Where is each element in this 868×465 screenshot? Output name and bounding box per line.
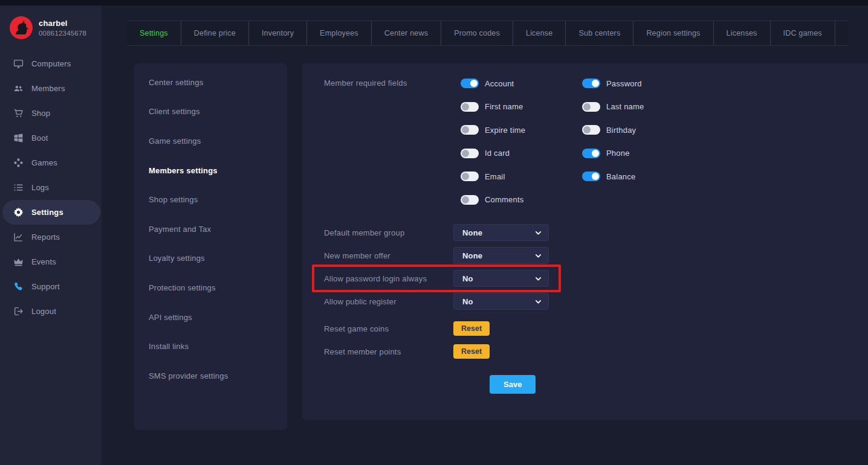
tab-center-news[interactable]: Center news <box>372 21 441 45</box>
user-profile: charbel 008612345678 <box>0 5 102 43</box>
tab-define-price[interactable]: Define price <box>181 21 249 45</box>
toggle-switch[interactable] <box>582 149 600 158</box>
sidebar-item-label: Games <box>31 158 57 167</box>
sidebar-item-support[interactable]: Support <box>0 274 102 299</box>
reset-game-coins-button[interactable]: Reset <box>453 321 490 336</box>
tab-employees[interactable]: Employees <box>307 21 372 45</box>
default-member-group-select[interactable]: None <box>453 224 549 241</box>
settings-nav-game-settings[interactable]: Game settings <box>134 126 287 156</box>
sidebar-item-label: Logs <box>31 183 49 192</box>
tab-inventory[interactable]: Inventory <box>249 21 307 45</box>
toggle-switch[interactable] <box>582 79 600 88</box>
reset-member-points-row: Reset member points Reset <box>324 344 868 359</box>
settings-nav-loyalty-settings[interactable]: Loyalty settings <box>134 244 287 274</box>
toggle-comments[interactable]: Comments <box>461 191 582 208</box>
chart-icon <box>13 232 24 242</box>
sidebar-menu: Computers Members Shop Boot Games Logs <box>0 43 102 324</box>
settings-nav-members-settings[interactable]: Members settings <box>134 156 287 185</box>
settings-nav: Center settings Client settings Game set… <box>134 63 287 430</box>
sidebar-item-members[interactable]: Members <box>0 76 102 101</box>
top-strip <box>0 0 868 5</box>
sidebar-item-boot[interactable]: Boot <box>0 126 102 150</box>
tab-bar: Settings Define price Inventory Employee… <box>127 21 847 46</box>
user-id: 008612345678 <box>39 30 86 37</box>
toggle-switch[interactable] <box>461 195 479 205</box>
save-button[interactable]: Save <box>490 375 536 394</box>
members-icon <box>13 83 24 94</box>
settings-nav-client-settings[interactable]: Client settings <box>134 97 287 127</box>
sidebar-item-reports[interactable]: Reports <box>0 225 102 249</box>
toggle-expire-time[interactable]: Expire time <box>461 121 582 138</box>
toggle-switch[interactable] <box>461 102 479 112</box>
default-member-group-row: Default member group None <box>324 224 868 241</box>
tab-licenses[interactable]: Licenses <box>714 21 771 45</box>
settings-nav-protection-settings[interactable]: Protection settings <box>134 273 287 303</box>
sidebar-item-logout[interactable]: Logout <box>0 299 102 324</box>
settings-nav-payment-and-tax[interactable]: Payment and Tax <box>134 214 287 244</box>
sidebar-item-computers[interactable]: Computers <box>0 51 102 76</box>
toggle-switch[interactable] <box>461 172 479 181</box>
toggle-birthday[interactable]: Birthday <box>582 121 704 138</box>
member-required-fields-label: Member required fields <box>324 75 461 214</box>
toggle-id-card[interactable]: Id card <box>461 145 582 162</box>
settings-nav-sms-provider-settings[interactable]: SMS provider settings <box>134 361 287 391</box>
sidebar-item-label: Computers <box>31 59 71 68</box>
settings-nav-shop-settings[interactable]: Shop settings <box>134 185 287 214</box>
sidebar-item-label: Shop <box>31 109 50 118</box>
toggle-password[interactable]: Password <box>582 75 704 92</box>
tab-sub-centers[interactable]: Sub centers <box>566 21 633 45</box>
toggle-switch[interactable] <box>582 172 600 181</box>
sidebar-item-settings[interactable]: Settings <box>2 200 100 225</box>
tab-region-settings[interactable]: Region settings <box>633 21 713 45</box>
allow-password-login-always-select[interactable]: No <box>453 270 549 287</box>
sidebar-item-label: Logout <box>31 307 56 316</box>
toggle-column-1: Account First name Expire time Id card <box>461 75 582 214</box>
sidebar-item-label: Events <box>31 257 56 266</box>
sidebar-item-shop[interactable]: Shop <box>0 101 102 126</box>
crown-icon <box>13 257 24 267</box>
reset-game-coins-row: Reset game coins Reset <box>324 321 868 336</box>
sidebar-item-games[interactable]: Games <box>0 150 102 175</box>
chevron-down-icon <box>534 298 542 306</box>
toggle-switch[interactable] <box>461 125 479 135</box>
chevron-down-icon <box>534 275 542 283</box>
allow-public-register-select[interactable]: No <box>453 293 549 310</box>
content-area: Settings Define price Inventory Employee… <box>102 5 868 465</box>
toggle-switch[interactable] <box>582 102 600 112</box>
toggle-account[interactable]: Account <box>461 75 582 92</box>
tab-license[interactable]: License <box>513 21 566 45</box>
phone-icon <box>13 281 24 292</box>
toggle-switch[interactable] <box>582 125 600 135</box>
settings-nav-center-settings[interactable]: Center settings <box>134 68 287 97</box>
sidebar-item-label: Support <box>31 282 60 291</box>
sidebar-item-label: Settings <box>31 208 63 217</box>
cart-icon <box>13 108 24 118</box>
toggle-switch[interactable] <box>461 79 479 88</box>
windows-icon <box>13 133 24 143</box>
settings-nav-api-settings[interactable]: API settings <box>134 303 287 332</box>
tab-promo-codes[interactable]: Promo codes <box>441 21 513 45</box>
new-member-offer-row: New member offer None <box>324 247 868 264</box>
chevron-down-icon <box>534 252 542 260</box>
toggle-first-name[interactable]: First name <box>461 98 582 115</box>
toggle-last-name[interactable]: Last name <box>582 98 704 115</box>
reset-member-points-button[interactable]: Reset <box>453 344 490 359</box>
gamepad-icon <box>13 158 24 168</box>
sidebar-item-logs[interactable]: Logs <box>0 175 102 200</box>
monitor-icon <box>13 59 24 69</box>
toggle-phone[interactable]: Phone <box>582 145 704 162</box>
toggle-email[interactable]: Email <box>461 168 582 185</box>
toggle-switch[interactable] <box>461 149 479 158</box>
sidebar-item-label: Reports <box>31 232 60 242</box>
member-required-fields-row: Member required fields Account First nam… <box>324 75 868 214</box>
tab-idc-games[interactable]: IDC games <box>771 21 835 45</box>
sidebar: charbel 008612345678 Computers Members S… <box>0 5 102 465</box>
toggle-column-2: Password Last name Birthday Phone <box>582 75 704 214</box>
sidebar-item-label: Members <box>31 84 65 93</box>
settings-nav-install-links[interactable]: Install links <box>134 332 287 361</box>
allow-password-login-always-row: Allow password login always No <box>324 270 868 287</box>
new-member-offer-select[interactable]: None <box>453 247 549 264</box>
tab-settings[interactable]: Settings <box>127 21 181 45</box>
sidebar-item-events[interactable]: Events <box>0 249 102 274</box>
toggle-balance[interactable]: Balance <box>582 168 704 185</box>
